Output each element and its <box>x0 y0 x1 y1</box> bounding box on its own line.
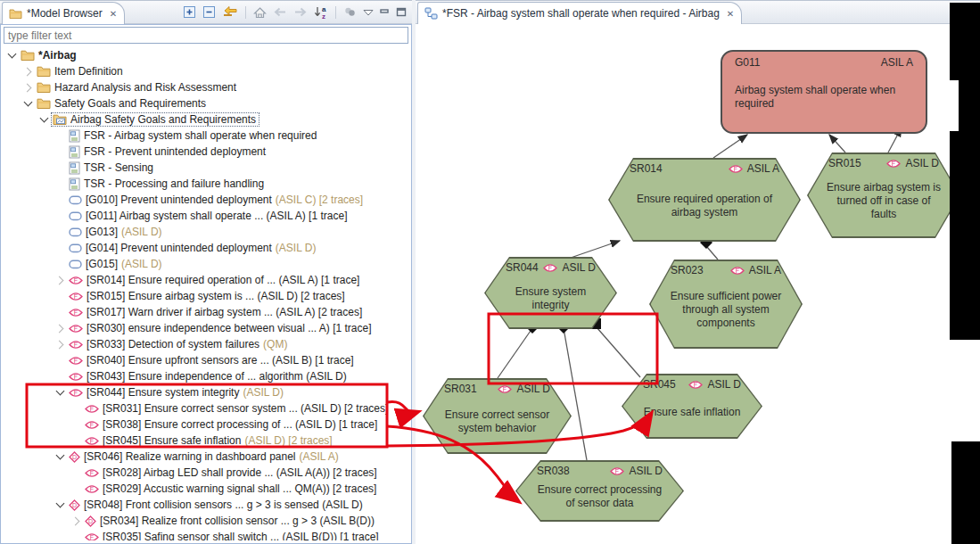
tree-row[interactable]: [G014] Prevent unintended deployment(ASI… <box>1 240 411 256</box>
goal-node-g011[interactable]: G011 ASIL A Airbag system shall operate … <box>721 50 927 134</box>
group-icon[interactable] <box>343 6 357 18</box>
requirement-eye-icon: F <box>610 466 625 476</box>
tree-row[interactable]: Hazard Analysis and Risk Assessment <box>1 79 411 95</box>
requirement-node-sr023[interactable]: SR023 FASIL A Ensure sufficient power th… <box>649 260 803 349</box>
node-asil: ASIL D <box>562 261 596 274</box>
requirement-eye-icon: F <box>688 380 704 390</box>
chevron-spacer <box>70 466 83 479</box>
forward-icon[interactable] <box>293 6 308 18</box>
tree-row[interactable]: F[SR033] Detection of system failures(QM… <box>1 336 411 352</box>
tree-row[interactable]: Safety Goals and Requirements <box>1 95 411 111</box>
svg-text:F: F <box>736 268 739 274</box>
tree-row[interactable]: F[SR035] Safing sensor shall switch ... … <box>1 529 411 540</box>
node-id: SR023 <box>671 264 704 276</box>
req-eye-icon: F <box>69 388 83 398</box>
home-icon[interactable] <box>253 6 267 19</box>
view-menu-icon[interactable] <box>363 9 374 16</box>
tree-row-label: Item Definition <box>54 65 123 78</box>
link-with-editor-icon[interactable] <box>222 5 238 19</box>
minimize-icon[interactable] <box>380 8 390 17</box>
requirement-node-sr031[interactable]: SR031 FASIL D Ensure correct sensor syst… <box>423 378 572 454</box>
tree-row[interactable]: FSR - Prevent unintended deployment <box>1 144 411 160</box>
close-icon[interactable]: ✕ <box>110 9 117 19</box>
tree-row[interactable]: TSR - Sensing <box>1 160 411 176</box>
tree-row[interactable]: F[SR031] Ensure correct sensor system ..… <box>1 400 411 416</box>
tree-row[interactable]: [G010] Prevent unintended deployment(ASI… <box>1 192 411 208</box>
folder-icon <box>21 49 35 62</box>
tree-row[interactable]: F[SR044] Ensure system integrity(ASIL D) <box>1 384 411 400</box>
tree-row[interactable]: FSR - Airbag system shall operate when r… <box>1 128 411 144</box>
svg-text:F: F <box>74 390 78 396</box>
req-diamond-icon: D <box>85 515 96 527</box>
editor-tabbar: *FSR - Airbag system shall operate when … <box>416 0 980 24</box>
tree-row-label: [SR028] Airbag LED shall provide ... (AS… <box>103 466 377 479</box>
diagram-canvas[interactable]: G011 ASIL A Airbag system shall operate … <box>416 24 980 544</box>
folder-icon <box>37 81 51 94</box>
tree-row[interactable]: F[SR043] Ensure independence of ... algo… <box>1 368 411 384</box>
node-text: Ensure system integrity <box>484 274 617 329</box>
chevron-expanded-icon[interactable] <box>54 499 67 511</box>
chevron-collapsed-icon[interactable] <box>54 322 67 334</box>
expand-all-icon[interactable] <box>183 5 196 19</box>
chevron-collapsed-icon[interactable] <box>54 274 67 286</box>
requirement-node-sr038[interactable]: SR038 FASIL D Ensure correct processing … <box>515 460 684 522</box>
node-id: SR038 <box>537 465 570 477</box>
chevron-spacer <box>54 258 67 270</box>
tree-row[interactable]: F[SR040] Ensure upfront sensors are ... … <box>1 352 411 368</box>
tree-row[interactable]: F[SR017] Warn driver if airbag system ..… <box>1 304 411 320</box>
node-asil: ASIL D <box>516 383 550 395</box>
model-browser-tab-icon <box>9 8 22 20</box>
tree-row-label: Hazard Analysis and Risk Assessment <box>54 81 236 94</box>
chevron-expanded-icon[interactable] <box>38 113 51 126</box>
chevron-collapsed-icon[interactable] <box>54 338 67 350</box>
tree-row[interactable]: D[SR046] Realize warning in dashboard pa… <box>1 449 411 465</box>
svg-text:F: F <box>734 166 737 172</box>
chevron-collapsed-icon[interactable] <box>22 65 35 78</box>
asil-annotation: (ASIL C) [2 traces] <box>276 194 363 206</box>
tree-row[interactable]: F[SR030] ensure independence between vis… <box>1 320 411 336</box>
collapse-all-icon[interactable] <box>202 5 216 19</box>
tree-row[interactable]: [G013](ASIL D) <box>1 224 411 240</box>
node-id: G011 <box>735 56 760 69</box>
tree-row-label: [SR033] Detection of system failures <box>86 338 259 350</box>
tree-row[interactable]: *Airbag <box>1 47 411 63</box>
filter-input[interactable] <box>4 27 408 44</box>
tab-fsr-diagram[interactable]: *FSR - Airbag system shall operate when … <box>417 2 742 24</box>
node-asil: ASIL D <box>629 465 663 477</box>
tree-row[interactable]: TSR - Processing and failure handling <box>1 176 411 192</box>
requirement-node-sr015[interactable]: SR015 FASIL D Ensure airbag system is tu… <box>807 152 960 238</box>
requirement-node-sr044[interactable]: SR044 FASIL D Ensure system integrity <box>484 257 617 329</box>
sort-az-icon[interactable]: az <box>314 5 328 19</box>
chevron-expanded-icon[interactable] <box>22 97 35 110</box>
tree-row[interactable]: Airbag Safety Goals and Requirements <box>1 111 411 128</box>
tree-row[interactable]: F[SR045] Ensure safe inflation(ASIL D) [… <box>1 433 411 449</box>
tree-row[interactable]: F[SR028] Airbag LED shall provide ... (A… <box>1 465 411 481</box>
tree-row-label: *Airbag <box>38 49 77 62</box>
requirement-node-sr045[interactable]: SR045 FASIL D Ensure safe inflation <box>622 374 762 439</box>
chevron-expanded-icon[interactable] <box>6 49 19 62</box>
back-icon[interactable] <box>273 6 287 18</box>
chevron-spacer <box>54 370 67 383</box>
tree-row[interactable]: F[SR038] Ensure correct processing of ..… <box>1 416 411 433</box>
svg-text:F: F <box>74 374 78 380</box>
model-browser-body: *AirbagItem DefinitionHazard Analysis an… <box>0 24 412 544</box>
chevron-expanded-icon[interactable] <box>54 450 67 463</box>
svg-text:F: F <box>90 470 94 476</box>
maximize-icon[interactable] <box>396 7 407 17</box>
chevron-collapsed-icon[interactable] <box>22 81 35 94</box>
requirement-eye-icon: F <box>886 159 902 169</box>
tree-row[interactable]: D[SR034] Realize front collision sensor … <box>1 513 411 529</box>
tree-row-label: [SR045] Ensure safe inflation <box>103 434 241 447</box>
tree-row[interactable]: [G011] Airbag system shall operate ... (… <box>1 208 411 224</box>
chevron-expanded-icon[interactable] <box>54 386 67 399</box>
tab-model-browser[interactable]: *Model Browser ✕ <box>2 2 125 24</box>
tree-row[interactable]: F[SR029] Accustic warning signal shall .… <box>1 481 411 497</box>
tree-row[interactable]: Item Definition <box>1 63 411 79</box>
requirement-node-sr014[interactable]: SR014 FASIL A Ensure required operation … <box>608 158 801 242</box>
tree-row[interactable]: [G015](ASIL D) <box>1 256 411 272</box>
close-icon[interactable]: ✕ <box>727 9 734 19</box>
tree-row[interactable]: D[SR048] Front collision sensors ... g >… <box>1 497 411 513</box>
chevron-collapsed-icon[interactable] <box>70 515 83 527</box>
tree-row[interactable]: F[SR015] Ensure airbag system is ... (AS… <box>1 288 411 304</box>
tree-row[interactable]: F[SR014] Ensure required operation of ..… <box>1 272 411 288</box>
